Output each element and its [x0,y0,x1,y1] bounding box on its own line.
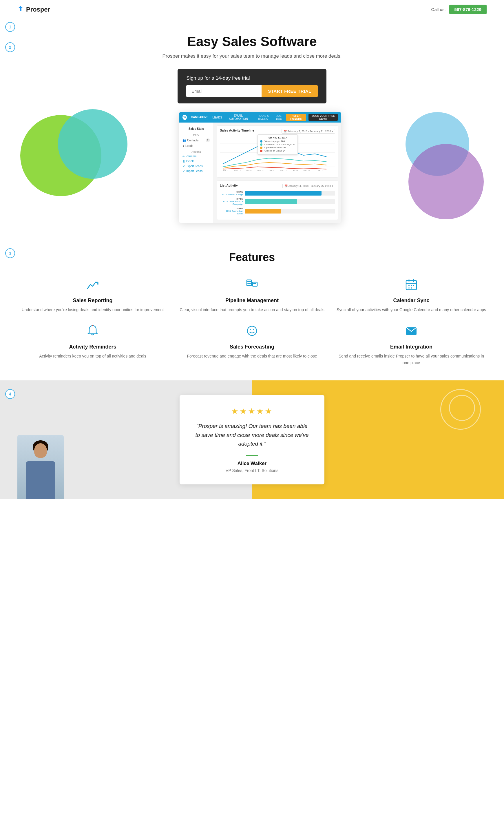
chart-title: Sales Activity Timeline [220,129,254,132]
email-input[interactable] [186,85,261,97]
app-nav-refer[interactable]: REFER FRIENDS [286,114,306,121]
svg-rect-18 [253,283,256,284]
svg-point-23 [409,285,410,286]
app-sidebar-actions-title: Actions [179,149,213,154]
person-head [34,443,47,458]
app-nav-leads[interactable]: LEADS [212,116,222,119]
app-mockup: W CAMPAIGNS LEADS EMAIL AUTOMATION PLANS… [179,112,341,223]
circle-teal [58,109,127,179]
list-activity-area: List Activity 📅 January 11, 2018 - Janua… [217,180,338,220]
list-bar-track-3 [245,209,335,213]
tooltip-date: Sat Nov 17, 2017 [260,136,295,139]
feature-name-activity-reminders: Activity Reminders [17,344,168,350]
app-body: Sales Stats Info 👥 Contacts 2 ● Leads Ac… [179,123,341,223]
feature-pipeline-management: Pipeline Management Clear, visual interf… [177,278,327,313]
start-trial-button[interactable]: START FREE TRIAL [261,85,318,97]
svg-text:Dec 11: Dec 11 [280,169,287,171]
app-nav-campaigns[interactable]: CAMPAIGNS [191,116,208,119]
feature-activity-reminders: Activity Reminders Activity reminders ke… [17,325,168,366]
svg-point-28 [92,325,93,326]
list-activity-date: 📅 January 11, 2018 - January 25, 2018 ▾ [283,184,335,188]
hero-subtitle: Prosper makes it easy for your sales tea… [11,53,493,59]
svg-text:Nov 6: Nov 6 [223,169,228,171]
app-sidebar-contacts[interactable]: 👥 Contacts 2 [179,137,213,143]
person-body [26,461,55,499]
logo-icon [17,5,24,14]
app-nav-logo: W [182,115,187,120]
testimonial-name: Alice Walker [194,461,310,466]
person-image [17,435,64,499]
section-number-3: 3 [5,248,15,258]
app-sidebar-rename[interactable]: ✏ Rename [179,154,213,159]
feature-sales-forecasting: Sales Forecasting Forecast revenue and e… [177,325,327,366]
list-bar-track-2 [245,199,335,204]
testimonial-card: ★★★★★ “Prosper is amazing! Our team has … [179,395,325,485]
svg-text:Dec 25: Dec 25 [303,169,310,171]
feature-desc-sales-reporting: Understand where you're losing deals and… [17,306,168,313]
feature-name-email-integration: Email Integration [336,344,487,350]
app-sidebar: Sales Stats Info 👥 Contacts 2 ● Leads Ac… [179,123,214,223]
svg-text:Nov 27: Nov 27 [257,169,263,171]
feature-desc-email-integration: Send and receive emails inside Propser t… [336,353,487,366]
svg-point-30 [250,329,251,330]
section-number-2: 2 [5,42,15,52]
app-main: Sales Activity Timeline 📅 February 7, 20… [214,123,341,223]
feature-email-integration: Email Integration Send and receive email… [336,325,487,366]
feature-name-calendar-sync: Calendar Sync [336,297,487,304]
svg-point-24 [411,285,412,286]
list-bar-fill-1 [245,191,322,196]
header: Prosper Call us: 567-876-1229 [0,0,504,19]
app-nav-plans[interactable]: PLANS & BILLING [255,115,272,120]
feature-desc-sales-forecasting: Forecast revenue and engage with the dea… [177,353,327,359]
circle-purple [409,144,484,219]
logo: Prosper [17,5,50,14]
svg-text:Dec 4: Dec 4 [269,169,274,171]
svg-point-29 [247,326,257,335]
list-bar-label-2: 3.75% 1823 Converted on a Campaign [220,198,243,205]
email-icon [336,325,487,340]
app-nav-demo[interactable]: BOOK YOUR FREE DEMO [308,114,338,121]
hero-title: Easy Sales Software [11,34,493,49]
tooltip-row-1: Viewed a page 160 [260,140,295,142]
svg-rect-17 [247,283,251,284]
section-number-1: 1 [5,22,15,32]
sales-activity-chart: Sales Activity Timeline 📅 February 7, 20… [217,125,338,177]
feature-calendar-sync: Calendar Sync Sync all of your activitie… [336,278,487,313]
feature-desc-pipeline: Clear, visual interface that prompts you… [177,306,327,313]
chart-tooltip: Sat Nov 17, 2017 Viewed a page 160 Conve… [257,134,298,155]
list-bar-track-1 [245,191,335,196]
app-sidebar-title: Sales Stats [179,125,213,132]
app-nav-email-automation[interactable]: EMAIL AUTOMATION [226,114,250,121]
features-section: 3 Features Sales Reporting Understand wh… [0,231,504,380]
app-sidebar-export-leads[interactable]: ↗ Export Leads [179,164,213,169]
feature-name-sales-forecasting: Sales Forecasting [177,344,327,350]
list-bar-label-3: 2.53% 1231 Opened an Email [220,207,243,215]
testimonial-divider [246,455,258,456]
smile-icon [177,325,327,340]
app-nav-right: PLANS & BILLING JOE DOE REFER FRIENDS BO… [255,114,338,121]
app-sidebar-leads[interactable]: ● Leads [179,143,213,149]
app-sidebar-info-section: Info [179,132,213,137]
svg-text:Nov 20: Nov 20 [246,169,252,171]
list-bar-label-1: 5.57% 2710 Viewed a Page [220,191,243,196]
phone-button[interactable]: 567-876-1229 [449,5,487,14]
svg-text:Jan 1: Jan 1 [318,169,323,171]
feature-desc-activity-reminders: Activity reminders keep you on top of al… [17,353,168,359]
chart-date-range: 📅 February 7, 2018 - February 21, 2018 ▾ [282,129,335,133]
features-grid: Sales Reporting Understand where you're … [17,278,487,366]
features-title: Features [17,251,487,264]
chart-header: Sales Activity Timeline 📅 February 7, 20… [220,129,335,134]
app-nav-user[interactable]: JOE DOE [274,115,284,120]
app-sidebar-delete[interactable]: 🗑 Delete [179,159,213,164]
feature-name-pipeline: Pipeline Management [177,297,327,304]
tooltip-row-3: Opened an Email 52 [260,146,295,149]
svg-point-26 [409,287,410,289]
svg-rect-15 [253,282,257,286]
list-activity-header: List Activity 📅 January 11, 2018 - Janua… [220,184,335,188]
tooltip-row-2: Converted on a Campaign 70 [260,143,295,146]
svg-point-27 [411,287,412,289]
app-sidebar-import-leads[interactable]: ↙ Import Leads [179,169,213,173]
logo-text: Prosper [26,6,50,13]
app-nav: W CAMPAIGNS LEADS EMAIL AUTOMATION PLANS… [179,112,341,123]
hero-section: 1 2 Easy Sales Software Prosper makes it… [0,19,504,231]
